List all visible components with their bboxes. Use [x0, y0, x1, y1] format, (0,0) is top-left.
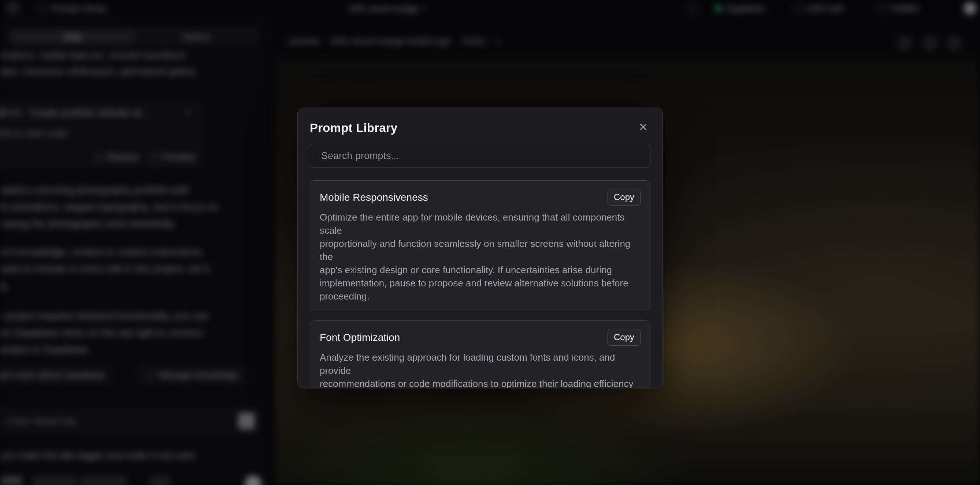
copy-button[interactable]: Copy: [608, 189, 641, 206]
search-input[interactable]: [320, 150, 640, 162]
prompt-description: Optimize the entire app for mobile devic…: [320, 211, 641, 303]
modal-title: Prompt Library: [310, 121, 651, 135]
prompt-description: Analyze the existing approach for loadin…: [320, 351, 641, 388]
close-icon[interactable]: ✕: [639, 122, 648, 133]
prompt-title: Font Optimization: [320, 332, 400, 344]
prompt-card-header: Font Optimization Copy: [320, 329, 641, 346]
copy-button[interactable]: Copy: [608, 329, 641, 346]
prompt-library-modal: Prompt Library ✕ Mobile Responsiveness C…: [298, 108, 663, 388]
prompt-card-header: Mobile Responsiveness Copy: [320, 189, 641, 206]
prompt-card: Font Optimization Copy Analyze the exist…: [310, 320, 651, 388]
prompt-card: Mobile Responsiveness Copy Optimize the …: [310, 180, 651, 311]
search-field: [310, 144, 651, 168]
prompt-title: Mobile Responsiveness: [320, 192, 428, 203]
